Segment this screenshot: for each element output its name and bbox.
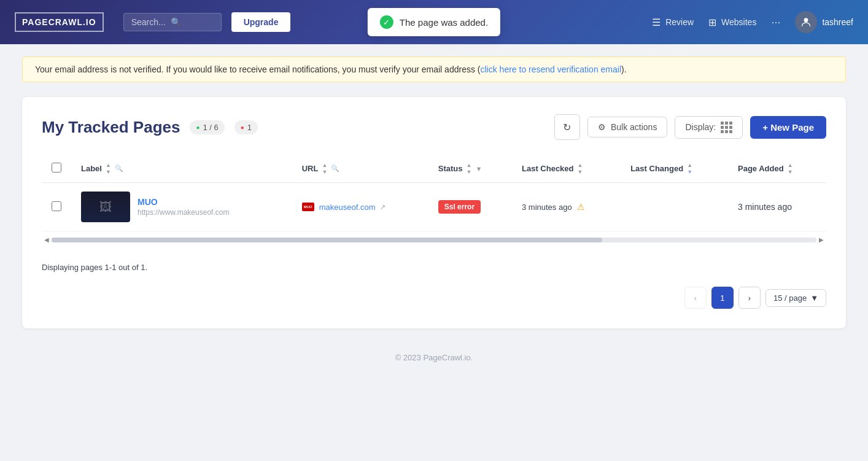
username: tashreef [822,17,853,27]
search-placeholder: Search... [131,17,166,27]
table-body: 🖼 MUO https://www.makeuseof.com MUO make… [42,183,826,231]
url-filter-icon[interactable]: 🔍 [331,165,339,172]
last-changed-cell [621,183,728,231]
svg-point-0 [804,18,808,22]
page-added-value: 3 minutes ago [738,202,792,212]
page-title: My Tracked Pages [42,118,180,137]
search-icon: 🔍 [171,17,181,27]
label-cell: 🖼 MUO https://www.makeuseof.com [71,183,292,231]
refresh-icon: ↻ [563,122,571,133]
notification-toast: ✓ The page was added. [368,8,500,36]
page-footer: © 2023 PageCrawl.io. [0,341,868,374]
copyright: © 2023 PageCrawl.io. [395,353,473,362]
more-menu-button[interactable]: ··· [771,16,780,29]
nav-review[interactable]: ☰ Review [652,17,694,28]
last-checked-cell: 3 minutes ago ⚠ [512,183,621,231]
upgrade-button[interactable]: Upgrade [231,12,291,32]
last-changed-sort[interactable]: ▲▼ [687,162,692,175]
thumbnail-placeholder-icon: 🖼 [99,200,112,214]
header: PAGECRAWL.IO Search... 🔍 Upgrade ✓ The p… [0,0,868,44]
scroll-track[interactable] [52,238,816,242]
warning-banner: Your email address is not verified. If y… [22,56,846,82]
logo-text: PAGECRAWL.IO [15,12,104,33]
errors-count: 1 [247,123,252,132]
user-menu[interactable]: tashreef [795,11,853,33]
per-page-chevron-icon: ▼ [810,293,818,303]
grid-view-icon [721,122,732,133]
warning-triangle-icon: ⚠ [577,202,585,212]
red-dot: ● [241,124,244,131]
url-cell: MUO makeuseof.com ↗ [292,183,428,231]
last-checked-value: 3 minutes ago [522,203,572,212]
site-favicon: MUO [302,203,314,211]
header-right: ☰ Review ⊞ Websites ··· tashreef [652,11,853,33]
bulk-actions-label: Bulk actions [611,122,657,132]
search-bar[interactable]: Search... 🔍 [123,13,222,31]
pages-count: 1 / 6 [203,123,219,132]
page-added-header[interactable]: Page Added ▲▼ [728,155,826,183]
select-all-checkbox[interactable] [52,163,61,172]
url-header[interactable]: URL ▲▼ 🔍 [292,155,428,183]
next-page-button[interactable]: › [738,287,761,309]
display-info: Displaying pages 1-1 out of 1. [42,258,826,272]
horizontal-scrollbar[interactable]: ◀ ▶ [42,235,826,244]
label-sort[interactable]: ▲▼ [106,162,111,175]
card-actions: ↻ ⚙ Bulk actions Display: + New Page [554,114,826,140]
gear-icon: ⚙ [598,122,606,132]
avatar [795,11,817,33]
display-label: Display: [685,122,716,132]
per-page-value: 15 / page [773,293,807,303]
tracked-pages-card: My Tracked Pages ● 1 / 6 ● 1 ↻ ⚙ Bulk ac… [22,97,846,328]
page-added-sort[interactable]: ▲▼ [788,162,793,175]
errors-count-badge: ● 1 [234,120,258,134]
page-thumbnail: 🖼 [81,192,130,222]
table-header-row: Label ▲▼ 🔍 URL ▲▼ [42,155,826,183]
logo[interactable]: PAGECRAWL.IO [15,12,104,33]
label-filter-icon[interactable]: 🔍 [115,165,123,172]
scroll-right-arrow[interactable]: ▶ [816,235,826,244]
main-content: Your email address is not verified. If y… [0,44,868,341]
status-header[interactable]: Status ▲▼ ▼ [428,155,512,183]
prev-page-button[interactable]: ‹ [684,287,707,309]
status-filter-icon[interactable]: ▼ [475,165,482,172]
review-icon: ☰ [652,17,661,28]
row-checkbox-cell [42,183,71,231]
refresh-button[interactable]: ↻ [554,114,580,140]
last-checked-header[interactable]: Last Checked ▲▼ [512,155,621,183]
pages-count-badge: ● 1 / 6 [190,120,224,134]
card-header: My Tracked Pages ● 1 / 6 ● 1 ↻ ⚙ Bulk ac… [42,114,826,140]
display-selector[interactable]: Display: [675,116,743,139]
nav-websites[interactable]: ⊞ Websites [708,17,756,28]
last-checked-sort[interactable]: ▲▼ [578,162,583,175]
scroll-left-arrow[interactable]: ◀ [42,235,52,244]
green-dot: ● [196,124,200,131]
url-sort[interactable]: ▲▼ [322,162,327,175]
bulk-actions-button[interactable]: ⚙ Bulk actions [587,117,667,138]
scroll-handle[interactable] [52,238,602,242]
row-checkbox[interactable] [52,201,61,211]
status-sort[interactable]: ▲▼ [466,162,471,175]
page-added-cell: 3 minutes ago [728,183,826,231]
warning-text-before: Your email address is not verified. If y… [35,64,480,74]
external-link-icon[interactable]: ↗ [380,203,386,211]
new-page-button[interactable]: + New Page [750,116,826,139]
page-label[interactable]: MUO [138,197,229,207]
resend-verification-link[interactable]: click here to resend verification email [480,64,621,74]
websites-label: Websites [721,17,756,27]
toast-check-icon: ✓ [380,15,393,29]
review-label: Review [665,17,694,27]
pages-table-container: Label ▲▼ 🔍 URL ▲▼ [42,155,826,248]
per-page-selector[interactable]: 15 / page ▼ [765,289,826,307]
toast-message: The page was added. [400,17,488,28]
table-row: 🖼 MUO https://www.makeuseof.com MUO make… [42,183,826,231]
page-1-button[interactable]: 1 [711,287,734,309]
pages-table: Label ▲▼ 🔍 URL ▲▼ [42,155,826,231]
last-changed-header[interactable]: Last Changed ▲▼ [621,155,728,183]
page-url-link[interactable]: makeuseof.com [319,203,376,212]
warning-text-after: ). [621,64,627,74]
status-cell: Ssl error [428,183,512,231]
status-badge: Ssl error [438,200,481,214]
select-all-header [42,155,71,183]
label-header[interactable]: Label ▲▼ 🔍 [71,155,292,183]
page-url-small: https://www.makeuseof.com [138,208,229,217]
